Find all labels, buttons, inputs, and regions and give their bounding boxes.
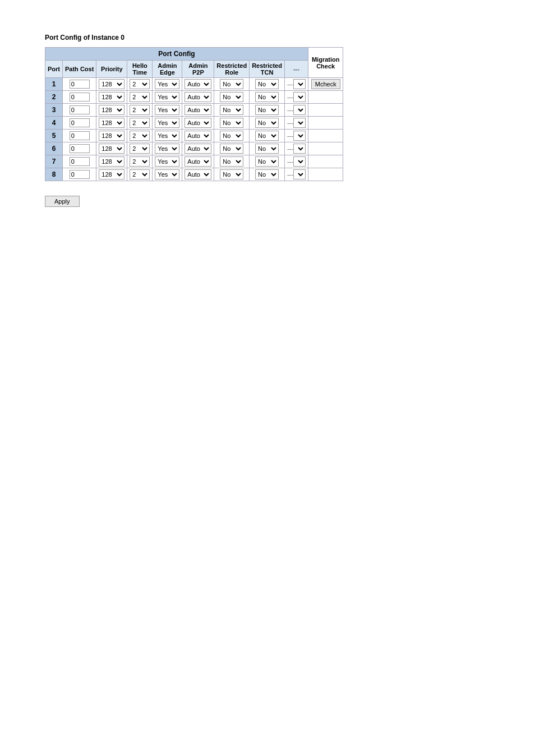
dash-dropdown[interactable]	[293, 92, 306, 102]
hello-time-select[interactable]: 2	[127, 104, 153, 117]
restricted-role-select[interactable]: NoYes	[214, 104, 250, 117]
col-port: Port	[45, 61, 63, 78]
dash-label: ---	[287, 94, 293, 100]
mcheck-cell[interactable]	[308, 155, 343, 168]
col-admin-edge: AdminEdge	[153, 61, 182, 78]
admin-edge-select[interactable]: YesNo	[153, 130, 182, 142]
mcheck-cell[interactable]	[308, 117, 343, 130]
dash-select-cell[interactable]: ---	[284, 117, 308, 130]
priority-select[interactable]: 128	[96, 78, 127, 91]
admin-p2p-select[interactable]: AutoYesNo	[182, 155, 214, 168]
dash-dropdown[interactable]	[293, 79, 306, 89]
restricted-tcn-select[interactable]: NoYes	[250, 91, 285, 104]
admin-p2p-select[interactable]: AutoYesNo	[182, 91, 214, 104]
restricted-tcn-select[interactable]: NoYes	[250, 104, 285, 117]
hello-time-select[interactable]: 2	[127, 91, 153, 104]
table-row: 31282YesNoAutoYesNoNoYesNoYes---	[45, 104, 343, 117]
mcheck-cell[interactable]	[308, 104, 343, 117]
priority-select[interactable]: 128	[96, 130, 127, 142]
dash-select-cell[interactable]: ---	[284, 78, 308, 91]
admin-p2p-select[interactable]: AutoYesNo	[182, 117, 214, 130]
dash-dropdown[interactable]	[293, 144, 306, 154]
restricted-role-select[interactable]: NoYes	[214, 130, 250, 142]
admin-p2p-select[interactable]: AutoYesNo	[182, 104, 214, 117]
mcheck-cell[interactable]: Mcheck	[308, 78, 343, 91]
path-cost-input[interactable]	[63, 130, 96, 142]
dash-select-cell[interactable]: ---	[284, 130, 308, 142]
path-cost-input[interactable]	[63, 168, 96, 181]
admin-edge-select[interactable]: YesNo	[153, 91, 182, 104]
dash-select-cell[interactable]: ---	[284, 168, 308, 181]
dash-select-cell[interactable]: ---	[284, 91, 308, 104]
restricted-tcn-select[interactable]: NoYes	[250, 78, 285, 91]
dash-label: ---	[287, 107, 293, 113]
priority-select[interactable]: 128	[96, 91, 127, 104]
mcheck-cell[interactable]	[308, 130, 343, 142]
col-hello-time: HelloTime	[127, 61, 153, 78]
path-cost-input[interactable]	[63, 142, 96, 155]
dash-select-cell[interactable]: ---	[284, 155, 308, 168]
mcheck-cell[interactable]	[308, 91, 343, 104]
table-row: 61282YesNoAutoYesNoNoYesNoYes---	[45, 142, 343, 155]
port-number: 4	[45, 117, 63, 130]
dash-label: ---	[287, 145, 293, 152]
path-cost-input[interactable]	[63, 91, 96, 104]
hello-time-select[interactable]: 2	[127, 142, 153, 155]
admin-edge-select[interactable]: YesNo	[153, 78, 182, 91]
table-row: 11282YesNoAutoYesNoNoYesNoYes---Mcheck	[45, 78, 343, 91]
admin-p2p-select[interactable]: AutoYesNo	[182, 168, 214, 181]
admin-edge-select[interactable]: YesNo	[153, 155, 182, 168]
admin-edge-select[interactable]: YesNo	[153, 142, 182, 155]
mcheck-button[interactable]: Mcheck	[311, 79, 340, 89]
restricted-tcn-select[interactable]: NoYes	[250, 130, 285, 142]
restricted-tcn-select[interactable]: NoYes	[250, 168, 285, 181]
path-cost-input[interactable]	[63, 155, 96, 168]
path-cost-input[interactable]	[63, 104, 96, 117]
priority-select[interactable]: 128	[96, 168, 127, 181]
priority-select[interactable]: 128	[96, 142, 127, 155]
section-header: Port Config	[45, 48, 308, 61]
path-cost-input[interactable]	[63, 117, 96, 130]
hello-time-select[interactable]: 2	[127, 117, 153, 130]
port-config-table: Port Config Migration Check Port Path Co…	[45, 47, 343, 181]
hello-time-select[interactable]: 2	[127, 130, 153, 142]
mcheck-cell[interactable]	[308, 142, 343, 155]
restricted-role-select[interactable]: NoYes	[214, 117, 250, 130]
restricted-role-select[interactable]: NoYes	[214, 142, 250, 155]
port-number: 6	[45, 142, 63, 155]
restricted-tcn-select[interactable]: NoYes	[250, 142, 285, 155]
hello-time-select[interactable]: 2	[127, 168, 153, 181]
dash-dropdown[interactable]	[293, 118, 306, 128]
col-restricted-tcn: RestrictedTCN	[250, 61, 285, 78]
hello-time-select[interactable]: 2	[127, 155, 153, 168]
dash-select-cell[interactable]: ---	[284, 142, 308, 155]
admin-edge-select[interactable]: YesNo	[153, 117, 182, 130]
port-number: 3	[45, 104, 63, 117]
dash-select-cell[interactable]: ---	[284, 104, 308, 117]
apply-button[interactable]: Apply	[45, 196, 80, 207]
priority-select[interactable]: 128	[96, 104, 127, 117]
dash-label: ---	[287, 171, 293, 178]
restricted-tcn-select[interactable]: NoYes	[250, 155, 285, 168]
restricted-role-select[interactable]: NoYes	[214, 168, 250, 181]
restricted-tcn-select[interactable]: NoYes	[250, 117, 285, 130]
path-cost-input[interactable]	[63, 78, 96, 91]
admin-p2p-select[interactable]: AutoYesNo	[182, 142, 214, 155]
hello-time-select[interactable]: 2	[127, 78, 153, 91]
admin-p2p-select[interactable]: AutoYesNo	[182, 78, 214, 91]
dash-dropdown[interactable]	[293, 169, 306, 179]
restricted-role-select[interactable]: NoYes	[214, 78, 250, 91]
priority-select[interactable]: 128	[96, 155, 127, 168]
admin-edge-select[interactable]: YesNo	[153, 168, 182, 181]
dash-dropdown[interactable]	[293, 156, 306, 167]
admin-p2p-select[interactable]: AutoYesNo	[182, 130, 214, 142]
mcheck-cell[interactable]	[308, 168, 343, 181]
admin-edge-select[interactable]: YesNo	[153, 104, 182, 117]
restricted-role-select[interactable]: NoYes	[214, 155, 250, 168]
table-row: 81282YesNoAutoYesNoNoYesNoYes---	[45, 168, 343, 181]
dash-label: ---	[287, 158, 293, 165]
dash-dropdown[interactable]	[293, 105, 306, 115]
priority-select[interactable]: 128	[96, 117, 127, 130]
restricted-role-select[interactable]: NoYes	[214, 91, 250, 104]
dash-dropdown[interactable]	[293, 131, 306, 141]
